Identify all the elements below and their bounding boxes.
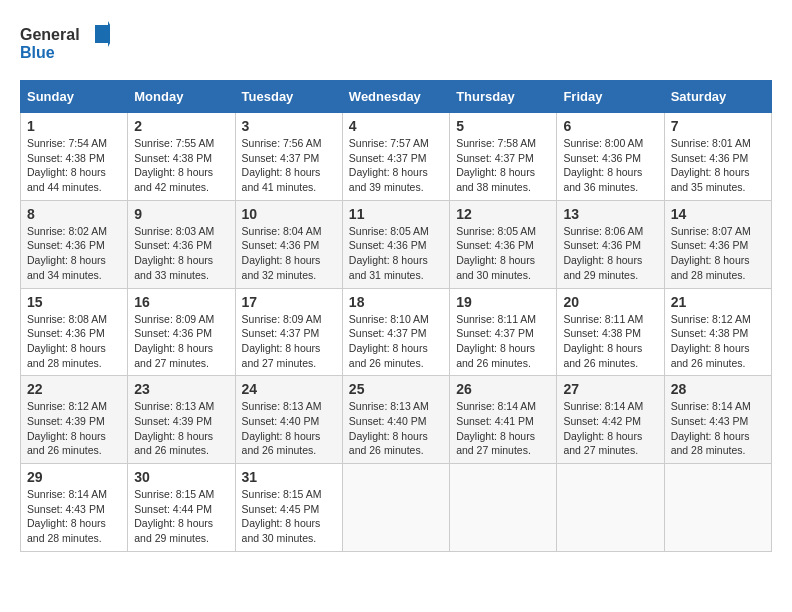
calendar-cell: 12 Sunrise: 8:05 AM Sunset: 4:36 PM Dayl… (450, 200, 557, 288)
day-number: 25 (349, 381, 443, 397)
day-detail: Sunrise: 7:56 AM Sunset: 4:37 PM Dayligh… (242, 136, 336, 195)
calendar-cell: 31 Sunrise: 8:15 AM Sunset: 4:45 PM Dayl… (235, 464, 342, 552)
day-number: 8 (27, 206, 121, 222)
calendar-cell: 24 Sunrise: 8:13 AM Sunset: 4:40 PM Dayl… (235, 376, 342, 464)
weekday-header-monday: Monday (128, 81, 235, 113)
day-number: 20 (563, 294, 657, 310)
day-number: 19 (456, 294, 550, 310)
day-number: 16 (134, 294, 228, 310)
day-number: 3 (242, 118, 336, 134)
calendar-cell (342, 464, 449, 552)
calendar-cell: 3 Sunrise: 7:56 AM Sunset: 4:37 PM Dayli… (235, 113, 342, 201)
day-number: 5 (456, 118, 550, 134)
day-detail: Sunrise: 8:09 AM Sunset: 4:36 PM Dayligh… (134, 312, 228, 371)
day-number: 18 (349, 294, 443, 310)
day-detail: Sunrise: 7:57 AM Sunset: 4:37 PM Dayligh… (349, 136, 443, 195)
calendar-cell: 13 Sunrise: 8:06 AM Sunset: 4:36 PM Dayl… (557, 200, 664, 288)
calendar-cell: 26 Sunrise: 8:14 AM Sunset: 4:41 PM Dayl… (450, 376, 557, 464)
day-detail: Sunrise: 8:14 AM Sunset: 4:42 PM Dayligh… (563, 399, 657, 458)
day-number: 22 (27, 381, 121, 397)
day-number: 23 (134, 381, 228, 397)
svg-marker-2 (95, 21, 110, 47)
day-detail: Sunrise: 8:06 AM Sunset: 4:36 PM Dayligh… (563, 224, 657, 283)
header: General Blue (20, 20, 772, 70)
day-detail: Sunrise: 8:13 AM Sunset: 4:39 PM Dayligh… (134, 399, 228, 458)
calendar-cell: 9 Sunrise: 8:03 AM Sunset: 4:36 PM Dayli… (128, 200, 235, 288)
calendar-cell: 1 Sunrise: 7:54 AM Sunset: 4:38 PM Dayli… (21, 113, 128, 201)
calendar-cell: 14 Sunrise: 8:07 AM Sunset: 4:36 PM Dayl… (664, 200, 771, 288)
weekday-header-tuesday: Tuesday (235, 81, 342, 113)
day-number: 2 (134, 118, 228, 134)
day-number: 24 (242, 381, 336, 397)
svg-text:General: General (20, 26, 80, 43)
day-detail: Sunrise: 8:11 AM Sunset: 4:37 PM Dayligh… (456, 312, 550, 371)
calendar-cell: 28 Sunrise: 8:14 AM Sunset: 4:43 PM Dayl… (664, 376, 771, 464)
weekday-header-friday: Friday (557, 81, 664, 113)
calendar-cell: 22 Sunrise: 8:12 AM Sunset: 4:39 PM Dayl… (21, 376, 128, 464)
calendar-cell: 6 Sunrise: 8:00 AM Sunset: 4:36 PM Dayli… (557, 113, 664, 201)
day-detail: Sunrise: 8:13 AM Sunset: 4:40 PM Dayligh… (349, 399, 443, 458)
day-detail: Sunrise: 8:00 AM Sunset: 4:36 PM Dayligh… (563, 136, 657, 195)
day-number: 11 (349, 206, 443, 222)
calendar-cell (664, 464, 771, 552)
calendar-cell: 4 Sunrise: 7:57 AM Sunset: 4:37 PM Dayli… (342, 113, 449, 201)
calendar-cell: 27 Sunrise: 8:14 AM Sunset: 4:42 PM Dayl… (557, 376, 664, 464)
calendar-cell: 29 Sunrise: 8:14 AM Sunset: 4:43 PM Dayl… (21, 464, 128, 552)
logo-svg: General Blue (20, 20, 110, 70)
calendar-week-row: 29 Sunrise: 8:14 AM Sunset: 4:43 PM Dayl… (21, 464, 772, 552)
day-detail: Sunrise: 8:08 AM Sunset: 4:36 PM Dayligh… (27, 312, 121, 371)
calendar-cell: 20 Sunrise: 8:11 AM Sunset: 4:38 PM Dayl… (557, 288, 664, 376)
day-detail: Sunrise: 8:07 AM Sunset: 4:36 PM Dayligh… (671, 224, 765, 283)
day-detail: Sunrise: 8:14 AM Sunset: 4:43 PM Dayligh… (27, 487, 121, 546)
day-number: 31 (242, 469, 336, 485)
day-detail: Sunrise: 7:58 AM Sunset: 4:37 PM Dayligh… (456, 136, 550, 195)
day-number: 29 (27, 469, 121, 485)
calendar-cell: 30 Sunrise: 8:15 AM Sunset: 4:44 PM Dayl… (128, 464, 235, 552)
day-detail: Sunrise: 8:15 AM Sunset: 4:44 PM Dayligh… (134, 487, 228, 546)
day-number: 17 (242, 294, 336, 310)
day-number: 15 (27, 294, 121, 310)
weekday-header-saturday: Saturday (664, 81, 771, 113)
day-number: 21 (671, 294, 765, 310)
calendar-cell (557, 464, 664, 552)
calendar-cell: 23 Sunrise: 8:13 AM Sunset: 4:39 PM Dayl… (128, 376, 235, 464)
logo: General Blue (20, 20, 110, 70)
day-number: 27 (563, 381, 657, 397)
calendar-cell: 8 Sunrise: 8:02 AM Sunset: 4:36 PM Dayli… (21, 200, 128, 288)
day-number: 1 (27, 118, 121, 134)
day-detail: Sunrise: 8:15 AM Sunset: 4:45 PM Dayligh… (242, 487, 336, 546)
calendar-cell: 7 Sunrise: 8:01 AM Sunset: 4:36 PM Dayli… (664, 113, 771, 201)
calendar-cell: 2 Sunrise: 7:55 AM Sunset: 4:38 PM Dayli… (128, 113, 235, 201)
day-detail: Sunrise: 8:05 AM Sunset: 4:36 PM Dayligh… (456, 224, 550, 283)
day-number: 28 (671, 381, 765, 397)
day-number: 6 (563, 118, 657, 134)
calendar-week-row: 8 Sunrise: 8:02 AM Sunset: 4:36 PM Dayli… (21, 200, 772, 288)
day-number: 7 (671, 118, 765, 134)
day-detail: Sunrise: 8:13 AM Sunset: 4:40 PM Dayligh… (242, 399, 336, 458)
day-detail: Sunrise: 8:05 AM Sunset: 4:36 PM Dayligh… (349, 224, 443, 283)
day-detail: Sunrise: 8:01 AM Sunset: 4:36 PM Dayligh… (671, 136, 765, 195)
weekday-header-row: SundayMondayTuesdayWednesdayThursdayFrid… (21, 81, 772, 113)
calendar-cell: 5 Sunrise: 7:58 AM Sunset: 4:37 PM Dayli… (450, 113, 557, 201)
calendar-cell: 21 Sunrise: 8:12 AM Sunset: 4:38 PM Dayl… (664, 288, 771, 376)
calendar-cell: 15 Sunrise: 8:08 AM Sunset: 4:36 PM Dayl… (21, 288, 128, 376)
day-detail: Sunrise: 8:14 AM Sunset: 4:41 PM Dayligh… (456, 399, 550, 458)
calendar-cell: 16 Sunrise: 8:09 AM Sunset: 4:36 PM Dayl… (128, 288, 235, 376)
calendar-cell: 11 Sunrise: 8:05 AM Sunset: 4:36 PM Dayl… (342, 200, 449, 288)
day-number: 9 (134, 206, 228, 222)
day-number: 13 (563, 206, 657, 222)
day-detail: Sunrise: 7:54 AM Sunset: 4:38 PM Dayligh… (27, 136, 121, 195)
weekday-header-sunday: Sunday (21, 81, 128, 113)
day-number: 26 (456, 381, 550, 397)
day-number: 10 (242, 206, 336, 222)
weekday-header-wednesday: Wednesday (342, 81, 449, 113)
day-detail: Sunrise: 7:55 AM Sunset: 4:38 PM Dayligh… (134, 136, 228, 195)
calendar-week-row: 15 Sunrise: 8:08 AM Sunset: 4:36 PM Dayl… (21, 288, 772, 376)
day-number: 12 (456, 206, 550, 222)
day-detail: Sunrise: 8:04 AM Sunset: 4:36 PM Dayligh… (242, 224, 336, 283)
svg-text:Blue: Blue (20, 44, 55, 61)
day-detail: Sunrise: 8:12 AM Sunset: 4:38 PM Dayligh… (671, 312, 765, 371)
calendar-cell: 19 Sunrise: 8:11 AM Sunset: 4:37 PM Dayl… (450, 288, 557, 376)
day-detail: Sunrise: 8:11 AM Sunset: 4:38 PM Dayligh… (563, 312, 657, 371)
weekday-header-thursday: Thursday (450, 81, 557, 113)
